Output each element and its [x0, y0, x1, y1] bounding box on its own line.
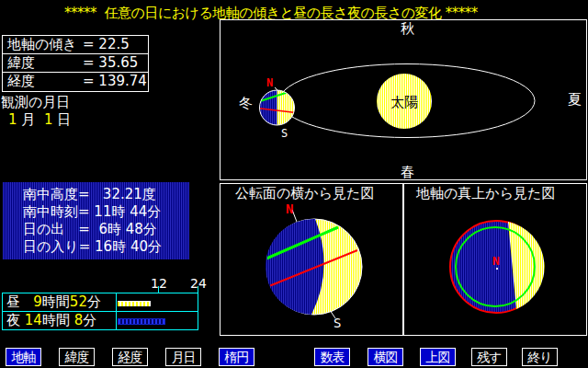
sunset-time: 日の入り= 16時 40分	[23, 238, 189, 256]
observation-date: 1 月 1 日	[8, 112, 71, 128]
south-pole-label: S	[281, 127, 288, 140]
observation-date-heading: 観測の月日	[1, 95, 70, 110]
latitude-label: 緯度	[7, 54, 83, 72]
menu-item-quit[interactable]: 終り	[522, 348, 558, 366]
south-pole-label: S	[334, 316, 341, 330]
day-length-bar	[118, 301, 151, 306]
day-value: 1	[44, 111, 53, 128]
tick-mark-12	[158, 286, 159, 293]
longitude-row: 経度 = 139.74	[3, 73, 148, 91]
night-length-bar	[118, 318, 165, 325]
axis-tilt-row: 地軸の傾き = 22.5	[3, 36, 148, 54]
tick-mark-24	[198, 286, 198, 293]
day-unit: 日	[52, 111, 71, 128]
sun-label: 太陽	[390, 94, 418, 110]
parameter-box: 地軸の傾き = 22.5 緯度 = 35.65 経度 = 139.74	[2, 35, 149, 92]
orbit-figure: 秋 春 冬 夏 太陽	[220, 19, 587, 180]
menu-item-ellipse[interactable]: 楕円	[219, 348, 254, 366]
menu-item-longitude[interactable]: 経度	[112, 348, 148, 366]
menu-item-keep[interactable]: 残す	[471, 348, 507, 366]
longitude-value: = 139.74	[83, 73, 147, 91]
season-label-summer: 夏	[568, 92, 582, 108]
menu-item-table[interactable]: 数表	[314, 348, 350, 366]
season-label-spring: 春	[401, 165, 414, 180]
axis-tilt-label: 地軸の傾き	[7, 36, 83, 53]
menu-item-side-view[interactable]: 横図	[368, 348, 403, 366]
menu-item-latitude[interactable]: 緯度	[59, 348, 95, 366]
latitude-row: 緯度 = 35.65	[3, 54, 148, 73]
side-view-figure: 公転面の横から見た図 N S	[220, 183, 403, 336]
top-view-title: 地軸の真上から見た図	[416, 186, 555, 201]
app-screen: ***** 任意の日における地軸の傾きと昼の長さ夜の長さの変化 ***** 地軸…	[0, 0, 588, 368]
sunrise-time: 日の出 = 6時 48分	[23, 221, 189, 238]
season-label-winter: 冬	[239, 96, 253, 111]
menu-item-axis-tilt[interactable]: 地軸	[6, 348, 41, 366]
menu-item-date[interactable]: 月日	[165, 348, 201, 366]
day-length-row: 昼 9時間52分	[3, 293, 198, 312]
night-length-row: 夜 14時間 8分	[3, 312, 198, 330]
axis-tilt-value: = 22.5	[83, 36, 130, 53]
side-view-title: 公転面の横から見た図	[235, 186, 374, 201]
north-pole-label: N	[286, 201, 293, 216]
top-view-diagram: N	[404, 184, 586, 335]
menu-item-top-view[interactable]: 上図	[420, 348, 456, 366]
north-pole-label: N	[492, 254, 500, 268]
results-panel: 南中高度= 32.21度 南中時刻= 11時 44分 日の出 = 6時 48分 …	[3, 182, 189, 259]
month-value: 1	[8, 111, 17, 128]
season-label-autumn: 秋	[401, 21, 414, 37]
side-view-diagram: N S	[220, 184, 402, 335]
pole-dot	[496, 268, 498, 270]
culmination-time: 南中時刻= 11時 44分	[23, 203, 189, 221]
top-view-figure: 地軸の真上から見た図 N	[403, 183, 587, 336]
day-night-length-box: 昼 9時間52分 夜 14時間 8分	[2, 293, 198, 330]
north-pole-label: N	[266, 76, 273, 89]
month-unit: 月	[17, 111, 44, 128]
culmination-altitude: 南中高度= 32.21度	[23, 186, 189, 203]
orbit-diagram: 太陽 N S	[220, 20, 586, 179]
latitude-value: = 35.65	[83, 54, 138, 72]
longitude-label: 経度	[7, 73, 83, 91]
